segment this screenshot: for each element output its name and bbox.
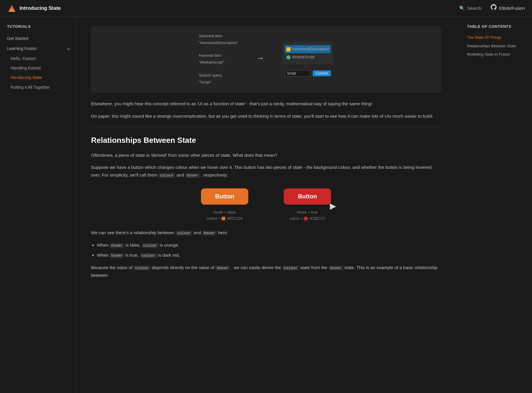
search-row: Convert [284,70,331,77]
cursor-icon: ▶ [330,200,336,213]
suppose-text: Suppose we have a button which changes c… [91,164,441,179]
chevron-down-icon [67,47,70,50]
derive-em: derive [262,265,274,270]
github-link[interactable]: Elttob/Fusion [491,4,525,12]
oftentimes-text: Oftentimes, a piece of state is 'derived… [91,151,441,159]
sidebar-child-handling-events[interactable]: Handling Events [8,63,72,73]
hovered-value: "ModuleScript" [199,59,239,66]
list-item-true: When hover is true, colour is dark red. [97,251,441,259]
colour-code-1: colour [158,173,175,178]
button-demo-col-false: Button hover = false colour = #E57124 [201,188,248,222]
explorer-box: HumanoidDescription ModuleScript [282,42,333,64]
colour-code-3: colour [134,266,150,271]
hover-false-label: hover = false [207,209,242,216]
github-label: Elttob/Fusion [499,5,525,12]
toc-title: Table of contents [467,24,526,30]
demo-state-labels: Selected item "HumanoidDescription" Hove… [199,33,239,86]
logo-link[interactable]: Introducing State [7,4,61,13]
demo-button-orange[interactable]: Button [201,188,248,205]
search-query-value: "Script" [199,79,239,85]
hover-code-4: hover [329,266,343,271]
explorer-item-humanoid: HumanoidDescription [285,45,331,53]
logo-icon [7,4,17,13]
hovered-label: Hovered item [199,53,239,59]
colour-code-li2: colour [140,253,157,258]
sidebar-child-hello-fusion[interactable]: Hello, Fusion! [8,54,72,63]
explorer-item-module: ModuleScript [286,53,329,61]
state-label-false: hover = false colour = #E57124 [207,209,242,222]
sidebar-child-putting-together[interactable]: Putting It All Together [8,83,72,92]
sidebar-children: Hello, Fusion! Handling Events Introduci… [5,54,72,92]
demo-button-red[interactable]: Button [284,188,331,205]
sidebar-group-learning-fusion-label[interactable]: Learning Fusion [5,43,72,54]
header: Introducing State 🔍 Search Elttob/Fusion [0,0,532,17]
search-icon: 🔍 [459,5,465,12]
colour-code-2: colour [176,231,192,236]
colour-false-label: colour = #E57124 [207,216,242,222]
hover-code-1: hover [185,173,200,178]
search-input[interactable] [284,70,311,77]
layout: Tutorials Get Started Learning Fusion He… [0,17,532,293]
module-icon [286,55,291,59]
relationships-heading: Relationships Between State [91,134,441,147]
elsewhere-text: Elsewhere, you might hear this concept r… [91,100,441,108]
arrow-icon: → [256,52,265,65]
onpaper-text: On paper, this might sound like a strang… [91,112,441,120]
toc-item-state-of-things[interactable]: The State Of Things [467,33,526,42]
hover-code-li1: hover [110,243,124,248]
header-title: Introducing State [20,4,61,12]
github-icon [491,4,497,12]
main-content: Selected item "HumanoidDescription" Hove… [77,17,455,293]
divider [91,127,441,127]
search-query-label: Search query [199,72,239,79]
sidebar-child-introducing-state[interactable]: Introducing State [8,73,72,82]
red-swatch [304,217,308,220]
demo-explorer: HumanoidDescription ModuleScript Convert [282,42,333,77]
toc-item-modelling[interactable]: Modelling State In Fusion [467,50,526,59]
colour-code-li1: colour [142,243,159,248]
tutorials-label: Tutorials [5,24,72,30]
list-item-false: When hover is false, colour is orange. [97,241,441,249]
button-demo-area: Button hover = false colour = #E57124 Bu… [91,188,441,222]
toc: Table of contents The State Of Things Re… [461,17,532,66]
search-label: Search [467,5,481,12]
colour-true-label: colour = #CB2727 [289,216,325,222]
bullet-list: When hover is false, colour is orange. W… [97,241,441,259]
state-info: Selected item "HumanoidDescription" Hove… [199,33,239,86]
because-text: Because the value of colour depends dire… [91,264,441,279]
button-demo-col-true: Button ▶ hover = true colour = #CB2727 [284,188,331,222]
colour-code-4: colour [282,266,299,271]
search-button[interactable]: 🔍 Search [459,5,481,12]
sidebar-item-get-started[interactable]: Get Started [5,33,72,43]
selected-value: "HumanoidDescription" [199,40,239,46]
hover-code-2: hover [202,231,217,236]
demo-row: Selected item "HumanoidDescription" Hove… [98,33,434,86]
hover-true-label: hover = true [289,209,325,216]
hover-code-li2: hover [110,253,124,258]
toc-item-relationships[interactable]: Relationships Between State [467,42,526,51]
sidebar-group-learning-fusion: Learning Fusion Hello, Fusion! Handling … [5,43,72,92]
sidebar: Tutorials Get Started Learning Fusion He… [0,17,77,293]
selected-label: Selected item [199,33,239,39]
orange-swatch [222,217,225,220]
state-label-true: hover = true colour = #CB2727 [289,209,325,222]
we-can-see-text: We can see there's a relationship betwee… [91,229,441,237]
convert-button[interactable]: Convert [313,70,331,76]
demo-box: Selected item "HumanoidDescription" Hove… [91,26,441,93]
hover-code-3: hover [215,266,230,271]
humanoid-icon [286,47,291,51]
